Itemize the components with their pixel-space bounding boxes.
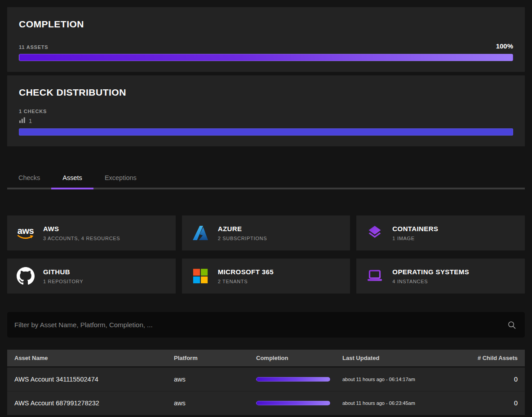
table-row[interactable]: AWS Account 341115502474 aws about 11 ho… [7, 368, 525, 391]
cell-platform: aws [174, 399, 256, 407]
completion-bar [256, 401, 330, 405]
search-icon [507, 320, 517, 330]
tab-assets[interactable]: Assets [51, 168, 93, 188]
card-aws[interactable]: aws AWS 3 ACCOUNTS, 4 RESOURCES [7, 215, 176, 250]
column-header-child-assets[interactable]: # Child Assets [455, 355, 518, 361]
card-subtitle: 2 TENANTS [218, 279, 274, 284]
asset-filter-input[interactable] [7, 312, 525, 338]
check-distribution-panel: CHECK DISTRIBUTION 1 CHECKS 1 [7, 75, 525, 146]
completion-progress-fill [19, 54, 513, 61]
bar-chart-icon [19, 117, 26, 125]
aws-logo-icon: aws [16, 224, 35, 242]
card-subtitle: 3 ACCOUNTS, 4 RESOURCES [43, 236, 120, 241]
laptop-icon [365, 267, 384, 285]
completion-assets-count: 11 ASSETS [19, 44, 49, 50]
assets-table: Asset Name Platform Completion Last Upda… [7, 350, 525, 415]
completion-panel: COMPLETION 11 ASSETS 100% [7, 7, 525, 72]
card-subtitle: 1 REPOSITORY [43, 279, 83, 284]
card-containers[interactable]: CONTAINERS 1 IMAGE [356, 215, 525, 250]
platform-cards-grid: aws AWS 3 ACCOUNTS, 4 RESOURCES [7, 215, 525, 294]
asset-filter [7, 312, 525, 338]
completion-bar [256, 377, 330, 382]
cell-completion [256, 377, 342, 382]
card-title: CONTAINERS [392, 225, 438, 233]
cell-last-updated: about 11 hours ago - 06:14:17am [342, 377, 455, 382]
tab-bar: Checks Assets Exceptions [7, 168, 525, 189]
cell-asset-name: AWS Account 687991278232 [14, 399, 174, 407]
legend-check-count: 1 [29, 118, 32, 124]
azure-logo-icon [191, 224, 210, 242]
cell-completion [256, 401, 342, 405]
card-title: AWS [43, 225, 120, 233]
card-microsoft-365[interactable]: MICROSOFT 365 2 TENANTS [182, 259, 350, 294]
column-header-last-updated[interactable]: Last Updated [342, 355, 455, 361]
tab-exceptions[interactable]: Exceptions [93, 168, 148, 188]
card-title: GITHUB [43, 268, 83, 276]
github-logo-icon [16, 267, 35, 285]
assets-table-body: AWS Account 341115502474 aws about 11 ho… [7, 366, 525, 415]
layers-icon [365, 224, 384, 242]
completion-title: COMPLETION [19, 19, 513, 30]
check-distribution-title: CHECK DISTRIBUTION [19, 87, 513, 98]
cell-child-assets: 0 [455, 376, 518, 383]
card-title: MICROSOFT 365 [218, 268, 274, 276]
cell-platform: aws [174, 376, 256, 383]
microsoft-logo-icon [191, 267, 210, 285]
table-row[interactable]: AWS Account 687991278232 aws about 11 ho… [7, 391, 525, 415]
card-operating-systems[interactable]: OPERATING SYSTEMS 4 INSTANCES [356, 259, 525, 294]
assets-table-header: Asset Name Platform Completion Last Upda… [7, 350, 525, 366]
cell-child-assets: 0 [455, 399, 518, 407]
column-header-asset-name[interactable]: Asset Name [14, 355, 174, 361]
tab-checks[interactable]: Checks [7, 168, 51, 188]
card-github[interactable]: GITHUB 1 REPOSITORY [7, 259, 176, 294]
column-header-platform[interactable]: Platform [174, 355, 256, 361]
completion-progress-bar [19, 54, 513, 61]
card-title: AZURE [218, 225, 267, 233]
card-subtitle: 2 SUBSCRIPTIONS [218, 236, 267, 241]
checks-count-label: 1 CHECKS [19, 109, 47, 114]
cell-asset-name: AWS Account 341115502474 [14, 376, 174, 383]
card-azure[interactable]: AZURE 2 SUBSCRIPTIONS [182, 215, 350, 250]
card-subtitle: 1 IMAGE [392, 236, 438, 241]
check-distribution-bar [19, 128, 513, 136]
card-subtitle: 4 INSTANCES [392, 279, 469, 284]
cell-last-updated: about 11 hours ago - 06:23:45am [342, 400, 455, 406]
column-header-completion[interactable]: Completion [256, 355, 342, 361]
completion-percent-label: 100% [496, 42, 513, 50]
card-title: OPERATING SYSTEMS [392, 268, 469, 276]
